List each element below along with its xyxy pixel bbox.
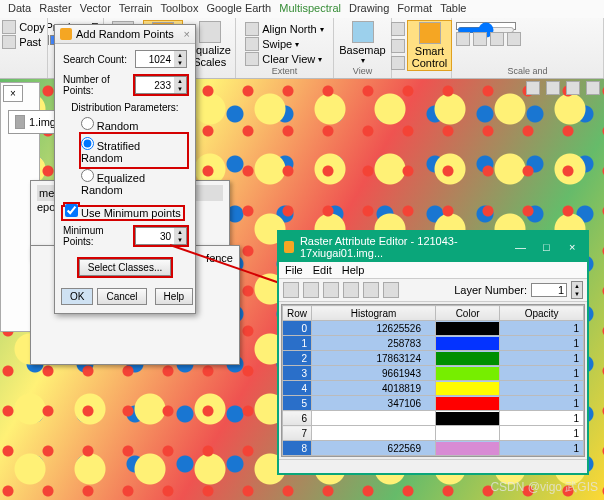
histogram-cell[interactable]: 9661943: [312, 366, 436, 381]
opacity-cell[interactable]: 1: [500, 426, 584, 441]
num-points-input[interactable]: [136, 77, 174, 93]
histogram-cell[interactable]: [312, 411, 436, 426]
opacity-cell[interactable]: 1: [500, 366, 584, 381]
toolbar-icon[interactable]: [323, 282, 339, 298]
minimize-button[interactable]: —: [511, 241, 531, 253]
tool-icon[interactable]: [456, 32, 470, 46]
status-icon[interactable]: [566, 81, 580, 95]
color-cell[interactable]: [435, 381, 499, 396]
align-north-button[interactable]: Align North▾: [245, 22, 323, 36]
opacity-cell[interactable]: 1: [500, 351, 584, 366]
random-radio[interactable]: Random: [81, 117, 187, 132]
opacity-cell[interactable]: 1: [500, 396, 584, 411]
histogram-cell[interactable]: 17863124: [312, 351, 436, 366]
opacity-cell[interactable]: 1: [500, 381, 584, 396]
tree-item[interactable]: 1.img: [29, 116, 56, 128]
attr-menu-file[interactable]: File: [285, 264, 303, 276]
select-classes-button[interactable]: Select Classes...: [79, 259, 171, 276]
attribute-grid[interactable]: RowHistogramColorOpacity0126255261125878…: [281, 304, 585, 457]
opacity-cell[interactable]: 1: [500, 321, 584, 336]
histogram-cell[interactable]: 4018819: [312, 381, 436, 396]
toolbar-icon[interactable]: [303, 282, 319, 298]
menu-multispectral[interactable]: Multispectral: [279, 2, 341, 16]
menu-toolbox[interactable]: Toolbox: [160, 2, 198, 16]
histogram-cell[interactable]: 347106: [312, 396, 436, 411]
clear-view-button[interactable]: Clear View▾: [245, 52, 323, 66]
menu-terrain[interactable]: Terrain: [119, 2, 153, 16]
color-cell[interactable]: [435, 441, 499, 456]
column-histogram[interactable]: Histogram: [312, 306, 436, 321]
status-icon[interactable]: [586, 81, 600, 95]
color-cell[interactable]: [435, 396, 499, 411]
help-button[interactable]: Help: [155, 288, 194, 305]
toolbar-icon[interactable]: [283, 282, 299, 298]
close-button[interactable]: ×: [562, 241, 582, 253]
maximize-button[interactable]: □: [536, 241, 556, 253]
row-header[interactable]: 1: [283, 336, 312, 351]
color-cell[interactable]: [435, 336, 499, 351]
ok-button[interactable]: OK: [61, 288, 93, 305]
menu-table[interactable]: Table: [440, 2, 466, 16]
min-points-input[interactable]: [136, 228, 174, 244]
menu-data[interactable]: Data: [8, 2, 31, 16]
menu-google-earth[interactable]: Google Earth: [206, 2, 271, 16]
menu-format[interactable]: Format: [397, 2, 432, 16]
column-color[interactable]: Color: [435, 306, 499, 321]
column-opacity[interactable]: Opacity: [500, 306, 584, 321]
status-icon[interactable]: [546, 81, 560, 95]
paste-button[interactable]: Past: [2, 35, 45, 49]
attr-menu-edit[interactable]: Edit: [313, 264, 332, 276]
status-icon[interactable]: [526, 81, 540, 95]
attr-menu-help[interactable]: Help: [342, 264, 365, 276]
dock-tab[interactable]: ×: [3, 85, 23, 102]
row-header[interactable]: 2: [283, 351, 312, 366]
swipe-button[interactable]: Swipe▾: [245, 37, 323, 51]
histogram-cell[interactable]: [312, 426, 436, 441]
row-header[interactable]: 3: [283, 366, 312, 381]
num-points-spinbox[interactable]: ▲▼: [135, 76, 187, 94]
histogram-cell[interactable]: 12625526: [312, 321, 436, 336]
histogram-cell[interactable]: 622569: [312, 441, 436, 456]
row-header[interactable]: 8: [283, 441, 312, 456]
min-points-spinbox[interactable]: ▲▼: [135, 227, 187, 245]
color-cell[interactable]: [435, 366, 499, 381]
toolbar-icon[interactable]: [363, 282, 379, 298]
search-count-input[interactable]: [136, 51, 174, 67]
equalized-radio[interactable]: Equalized Random: [81, 169, 187, 196]
column-row[interactable]: Row: [283, 306, 312, 321]
row-header[interactable]: 5: [283, 396, 312, 411]
color-cell[interactable]: [435, 426, 499, 441]
basemap-button[interactable]: Basemap▾: [335, 20, 389, 66]
tool-icon[interactable]: [473, 32, 487, 46]
distribution-label: Distribution Parameters:: [63, 102, 187, 113]
color-cell[interactable]: [435, 351, 499, 366]
smart-control-button[interactable]: Smart Control: [407, 20, 452, 71]
menu-raster[interactable]: Raster: [39, 2, 71, 16]
toolbar-icon[interactable]: [383, 282, 399, 298]
opacity-cell[interactable]: 1: [500, 441, 584, 456]
tool-icon[interactable]: [391, 22, 405, 36]
row-header[interactable]: 7: [283, 426, 312, 441]
tool-icon[interactable]: [507, 32, 521, 46]
histogram-cell[interactable]: 258783: [312, 336, 436, 351]
cancel-button[interactable]: Cancel: [97, 288, 146, 305]
row-header[interactable]: 6: [283, 411, 312, 426]
use-minimum-checkbox[interactable]: Use Minimum points: [65, 207, 181, 219]
opacity-cell[interactable]: 1: [500, 411, 584, 426]
menu-vector[interactable]: Vector: [80, 2, 111, 16]
stratified-radio[interactable]: Stratified Random: [81, 137, 183, 164]
color-cell[interactable]: [435, 321, 499, 336]
opacity-cell[interactable]: 1: [500, 336, 584, 351]
tool-icon[interactable]: [490, 32, 504, 46]
toolbar-icon[interactable]: [343, 282, 359, 298]
tool-icon[interactable]: [391, 39, 405, 53]
close-icon[interactable]: ×: [184, 28, 190, 40]
layer-number-input[interactable]: [531, 283, 567, 297]
tool-icon[interactable]: [391, 56, 405, 70]
row-header[interactable]: 0: [283, 321, 312, 336]
color-cell[interactable]: [435, 411, 499, 426]
search-count-spinbox[interactable]: ▲▼: [135, 50, 187, 68]
menu-drawing[interactable]: Drawing: [349, 2, 389, 16]
row-header[interactable]: 4: [283, 381, 312, 396]
copy-button[interactable]: Copy: [2, 20, 45, 34]
